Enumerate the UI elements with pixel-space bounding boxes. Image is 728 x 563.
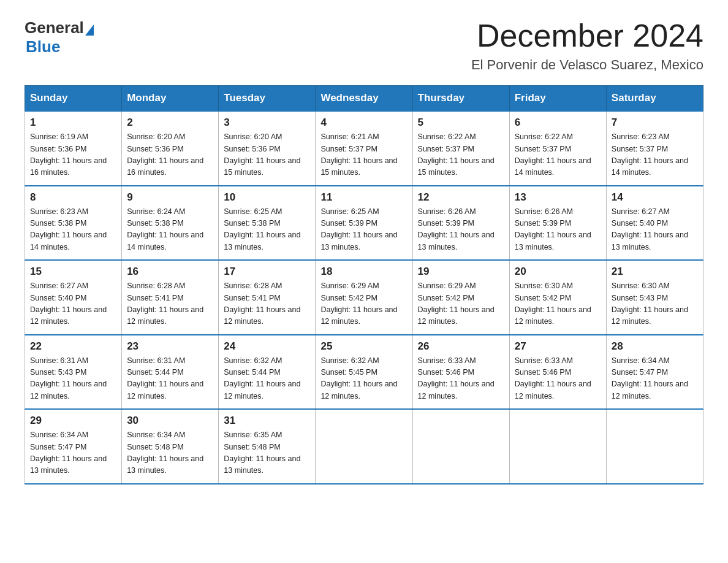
calendar-cell: 14Sunrise: 6:27 AMSunset: 5:40 PMDayligh… [606, 186, 703, 261]
day-number: 3 [224, 117, 310, 129]
calendar-cell: 15Sunrise: 6:27 AMSunset: 5:40 PMDayligh… [25, 260, 122, 335]
day-info: Sunrise: 6:32 AMSunset: 5:45 PMDaylight:… [320, 355, 407, 403]
day-number: 16 [127, 266, 213, 278]
calendar-cell: 20Sunrise: 6:30 AMSunset: 5:42 PMDayligh… [509, 260, 606, 335]
day-info: Sunrise: 6:34 AMSunset: 5:47 PMDaylight:… [30, 429, 116, 477]
day-info: Sunrise: 6:28 AMSunset: 5:41 PMDaylight:… [224, 280, 310, 328]
calendar-cell: 8Sunrise: 6:23 AMSunset: 5:38 PMDaylight… [25, 186, 122, 261]
day-number: 24 [224, 340, 310, 353]
day-number: 21 [612, 266, 698, 278]
calendar-cell: 9Sunrise: 6:24 AMSunset: 5:38 PMDaylight… [122, 186, 219, 261]
calendar-cell: 19Sunrise: 6:29 AMSunset: 5:42 PMDayligh… [412, 260, 509, 335]
day-number: 30 [127, 415, 213, 427]
day-number: 25 [320, 340, 407, 353]
day-number: 18 [320, 266, 407, 278]
day-info: Sunrise: 6:34 AMSunset: 5:47 PMDaylight:… [612, 355, 698, 403]
day-number: 2 [127, 117, 213, 129]
calendar-cell [606, 409, 703, 484]
day-number: 29 [30, 415, 116, 427]
calendar-cell: 29Sunrise: 6:34 AMSunset: 5:47 PMDayligh… [25, 409, 122, 484]
calendar-cell: 16Sunrise: 6:28 AMSunset: 5:41 PMDayligh… [122, 260, 219, 335]
calendar-cell: 6Sunrise: 6:22 AMSunset: 5:37 PMDaylight… [509, 111, 606, 186]
logo-general-text: General [25, 18, 84, 37]
day-info: Sunrise: 6:27 AMSunset: 5:40 PMDaylight:… [30, 280, 116, 328]
day-info: Sunrise: 6:20 AMSunset: 5:36 PMDaylight:… [224, 131, 310, 179]
calendar-cell [509, 409, 606, 484]
day-info: Sunrise: 6:24 AMSunset: 5:38 PMDaylight:… [127, 206, 213, 254]
calendar-table: SundayMondayTuesdayWednesdayThursdayFrid… [25, 85, 703, 484]
calendar-cell: 21Sunrise: 6:30 AMSunset: 5:43 PMDayligh… [606, 260, 703, 335]
calendar-cell: 27Sunrise: 6:33 AMSunset: 5:46 PMDayligh… [509, 335, 606, 410]
day-number: 19 [418, 266, 504, 278]
day-number: 23 [127, 340, 213, 353]
calendar-cell: 12Sunrise: 6:26 AMSunset: 5:39 PMDayligh… [412, 186, 509, 261]
logo-blue-text: Blue [26, 37, 94, 56]
day-number: 1 [30, 117, 116, 129]
col-header-saturday: Saturday [606, 86, 703, 112]
day-number: 6 [515, 117, 601, 129]
calendar-cell: 13Sunrise: 6:26 AMSunset: 5:39 PMDayligh… [509, 186, 606, 261]
col-header-sunday: Sunday [25, 86, 122, 112]
calendar-cell: 26Sunrise: 6:33 AMSunset: 5:46 PMDayligh… [412, 335, 509, 410]
day-number: 12 [418, 191, 504, 204]
calendar-cell: 22Sunrise: 6:31 AMSunset: 5:43 PMDayligh… [25, 335, 122, 410]
week-row-3: 15Sunrise: 6:27 AMSunset: 5:40 PMDayligh… [25, 260, 703, 335]
day-number: 11 [320, 191, 407, 204]
col-header-tuesday: Tuesday [219, 86, 316, 112]
day-number: 10 [224, 191, 310, 204]
main-title: December 2024 [471, 18, 703, 53]
calendar-cell: 30Sunrise: 6:34 AMSunset: 5:48 PMDayligh… [122, 409, 219, 484]
location-subtitle: El Porvenir de Velasco Suarez, Mexico [471, 57, 703, 73]
day-info: Sunrise: 6:19 AMSunset: 5:36 PMDaylight:… [30, 131, 116, 179]
calendar-cell: 1Sunrise: 6:19 AMSunset: 5:36 PMDaylight… [25, 111, 122, 186]
page-header: General Blue December 2024 El Porvenir d… [25, 18, 703, 73]
title-section: December 2024 El Porvenir de Velasco Sua… [471, 18, 703, 73]
calendar-cell: 5Sunrise: 6:22 AMSunset: 5:37 PMDaylight… [412, 111, 509, 186]
calendar-cell: 10Sunrise: 6:25 AMSunset: 5:38 PMDayligh… [219, 186, 316, 261]
calendar-header-row: SundayMondayTuesdayWednesdayThursdayFrid… [25, 86, 703, 112]
day-info: Sunrise: 6:26 AMSunset: 5:39 PMDaylight:… [515, 206, 601, 254]
day-number: 9 [127, 191, 213, 204]
col-header-monday: Monday [122, 86, 219, 112]
day-info: Sunrise: 6:29 AMSunset: 5:42 PMDaylight:… [418, 280, 504, 328]
day-info: Sunrise: 6:27 AMSunset: 5:40 PMDaylight:… [612, 206, 698, 254]
day-number: 13 [515, 191, 601, 204]
day-info: Sunrise: 6:30 AMSunset: 5:43 PMDaylight:… [612, 280, 698, 328]
day-info: Sunrise: 6:28 AMSunset: 5:41 PMDaylight:… [127, 280, 213, 328]
calendar-cell: 28Sunrise: 6:34 AMSunset: 5:47 PMDayligh… [606, 335, 703, 410]
day-number: 20 [515, 266, 601, 278]
day-info: Sunrise: 6:32 AMSunset: 5:44 PMDaylight:… [224, 355, 310, 403]
day-info: Sunrise: 6:23 AMSunset: 5:38 PMDaylight:… [30, 206, 116, 254]
week-row-1: 1Sunrise: 6:19 AMSunset: 5:36 PMDaylight… [25, 111, 703, 186]
day-info: Sunrise: 6:25 AMSunset: 5:38 PMDaylight:… [224, 206, 310, 254]
calendar-cell: 17Sunrise: 6:28 AMSunset: 5:41 PMDayligh… [219, 260, 316, 335]
calendar-cell [316, 409, 412, 484]
calendar-cell: 24Sunrise: 6:32 AMSunset: 5:44 PMDayligh… [219, 335, 316, 410]
calendar-cell: 18Sunrise: 6:29 AMSunset: 5:42 PMDayligh… [316, 260, 412, 335]
calendar-cell: 11Sunrise: 6:25 AMSunset: 5:39 PMDayligh… [316, 186, 412, 261]
day-number: 8 [30, 191, 116, 204]
calendar-cell: 7Sunrise: 6:23 AMSunset: 5:37 PMDaylight… [606, 111, 703, 186]
calendar-cell: 3Sunrise: 6:20 AMSunset: 5:36 PMDaylight… [219, 111, 316, 186]
calendar-cell [412, 409, 509, 484]
day-info: Sunrise: 6:26 AMSunset: 5:39 PMDaylight:… [418, 206, 504, 254]
day-info: Sunrise: 6:22 AMSunset: 5:37 PMDaylight:… [418, 131, 504, 179]
col-header-friday: Friday [509, 86, 606, 112]
day-info: Sunrise: 6:23 AMSunset: 5:37 PMDaylight:… [612, 131, 698, 179]
day-info: Sunrise: 6:21 AMSunset: 5:37 PMDaylight:… [320, 131, 407, 179]
calendar-cell: 4Sunrise: 6:21 AMSunset: 5:37 PMDaylight… [316, 111, 412, 186]
day-number: 22 [30, 340, 116, 353]
week-row-4: 22Sunrise: 6:31 AMSunset: 5:43 PMDayligh… [25, 335, 703, 410]
day-info: Sunrise: 6:20 AMSunset: 5:36 PMDaylight:… [127, 131, 213, 179]
day-number: 31 [224, 415, 310, 427]
day-number: 4 [320, 117, 407, 129]
day-info: Sunrise: 6:34 AMSunset: 5:48 PMDaylight:… [127, 429, 213, 477]
day-info: Sunrise: 6:29 AMSunset: 5:42 PMDaylight:… [320, 280, 407, 328]
day-number: 27 [515, 340, 601, 353]
col-header-thursday: Thursday [412, 86, 509, 112]
day-info: Sunrise: 6:22 AMSunset: 5:37 PMDaylight:… [515, 131, 601, 179]
day-info: Sunrise: 6:31 AMSunset: 5:43 PMDaylight:… [30, 355, 116, 403]
day-info: Sunrise: 6:33 AMSunset: 5:46 PMDaylight:… [515, 355, 601, 403]
day-number: 17 [224, 266, 310, 278]
calendar-cell: 2Sunrise: 6:20 AMSunset: 5:36 PMDaylight… [122, 111, 219, 186]
